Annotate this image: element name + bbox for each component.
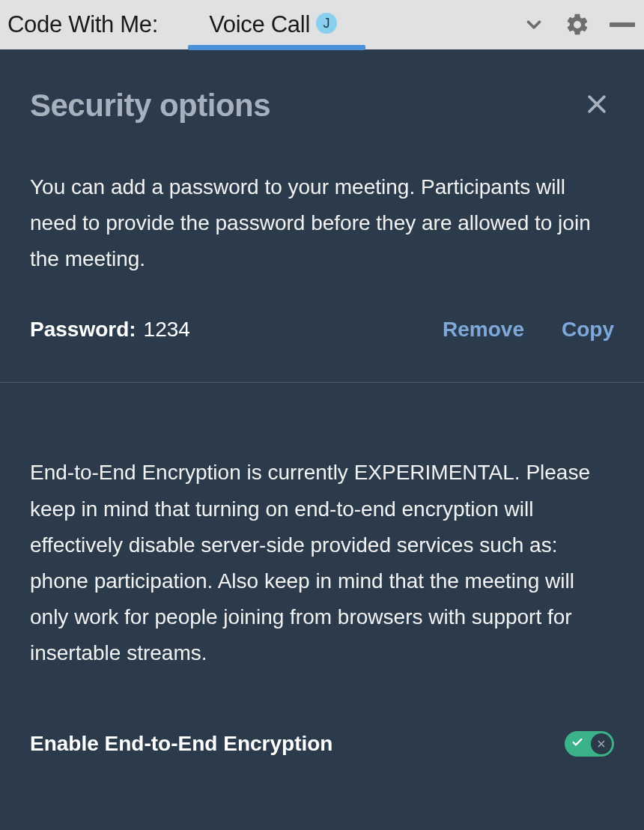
encryption-toggle-row: Enable End-to-End Encryption [30, 731, 614, 757]
topbar-actions [523, 12, 635, 37]
password-value: 1234 [144, 318, 190, 342]
tab-voice-call[interactable]: Voice Call J [209, 0, 337, 49]
panel-header: Security options [0, 49, 644, 124]
topbar: Code With Me: Voice Call J [0, 0, 644, 49]
security-options-panel: Security options You can add a password … [0, 49, 644, 757]
password-description: You can add a password to your meeting. … [30, 169, 614, 277]
chevron-down-icon[interactable] [523, 13, 545, 36]
check-icon [571, 736, 583, 751]
participant-badge: J [316, 13, 337, 34]
copy-button[interactable]: Copy [562, 318, 614, 342]
minimize-icon[interactable] [610, 22, 635, 27]
tab-underline [188, 45, 365, 50]
password-row: Password: 1234 Remove Copy [30, 318, 614, 342]
encryption-section: End-to-End Encryption is currently EXPER… [0, 383, 644, 757]
password-actions: Remove Copy [443, 318, 614, 342]
remove-button[interactable]: Remove [443, 318, 524, 342]
gear-icon[interactable] [565, 12, 590, 37]
password-section: You can add a password to your meeting. … [0, 124, 644, 382]
close-icon[interactable] [580, 87, 614, 124]
toggle-knob [591, 733, 612, 754]
panel-title: Security options [30, 88, 270, 124]
app-title: Code With Me: [7, 11, 158, 38]
encryption-toggle-label: Enable End-to-End Encryption [30, 732, 332, 756]
tab-label: Voice Call [209, 11, 310, 38]
encryption-description: End-to-End Encryption is currently EXPER… [30, 455, 614, 671]
encryption-toggle[interactable] [565, 731, 614, 757]
password-label: Password: [30, 318, 136, 342]
